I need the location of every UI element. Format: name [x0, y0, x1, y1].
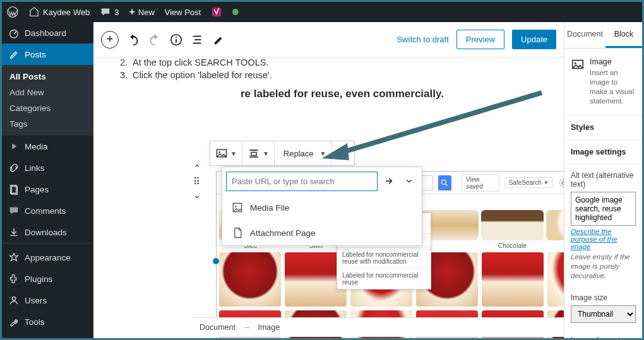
thumb-label [446, 240, 448, 249]
sidebar-tags[interactable]: Tags [2, 116, 93, 132]
svg-point-28 [575, 62, 576, 64]
link-popover: Media File Attachment Page [222, 167, 422, 246]
align-button[interactable]: ▼ [242, 141, 275, 165]
menu-item[interactable]: Labeled for noncommercial reuse with mod… [337, 248, 431, 269]
svg-point-11 [176, 37, 177, 38]
sidebar-settings[interactable]: Settings [2, 332, 93, 338]
new-content[interactable]: +New [129, 6, 154, 18]
switch-to-draft[interactable]: Switch to draft [397, 35, 448, 44]
svg-point-19 [218, 151, 220, 153]
link-options-button[interactable] [400, 171, 418, 191]
image-result[interactable] [482, 252, 544, 307]
image-size-select[interactable]: Thumbnail [571, 305, 636, 323]
image-result[interactable] [547, 252, 564, 307]
editor-topbar: + Switch to draft Preview Update [93, 22, 564, 57]
list-item[interactable]: At the top click SEARCH TOOLS. [130, 57, 564, 67]
sidebar-media[interactable]: Media [2, 136, 93, 157]
thumb-label: Chocolate [498, 240, 527, 249]
info-button[interactable] [169, 33, 183, 47]
admin-sidebar: Dashboard Posts All Posts Add New Catego… [2, 22, 93, 338]
link-media-file[interactable]: Media File [222, 195, 422, 220]
styles-section[interactable]: Styles [564, 115, 642, 140]
resize-handle[interactable] [213, 258, 219, 264]
sidebar-links[interactable]: Links [2, 157, 93, 179]
svg-rect-15 [193, 42, 201, 44]
add-block-button[interactable]: + [101, 31, 119, 49]
move-up-button[interactable]: ⌃ [193, 163, 201, 173]
svg-point-17 [562, 181, 564, 184]
view-saved[interactable]: View saved [462, 174, 499, 192]
settings-sidebar: Document Block Image Insert an image to … [564, 22, 642, 338]
alt-text-input[interactable]: Google image search, reuse highlighted [571, 192, 636, 226]
sidebar-categories[interactable]: Categories [2, 100, 93, 116]
tab-document[interactable]: Document [564, 22, 605, 48]
preview-button[interactable]: Preview [456, 30, 504, 49]
sidebar-pages[interactable]: Pages [2, 179, 93, 200]
update-button[interactable]: Update [512, 30, 556, 49]
outline-button[interactable] [191, 33, 205, 47]
undo-button[interactable] [126, 33, 140, 47]
svg-rect-20 [249, 149, 258, 151]
block-breadcrumb: Document → Image [193, 317, 564, 337]
svg-rect-13 [193, 35, 201, 37]
svg-rect-1 [212, 8, 221, 16]
site-name[interactable]: Kaydee Web [28, 6, 90, 18]
sidebar-comments[interactable]: Comments [2, 200, 93, 221]
alt-help-text: Leave empty if the image is purely decor… [571, 252, 636, 281]
svg-rect-12 [176, 39, 177, 43]
submit-link-button[interactable] [380, 171, 398, 191]
safesearch[interactable]: SafeSearch ▼ [504, 177, 553, 188]
sidebar-tools[interactable]: Tools [2, 311, 93, 332]
block-desc: Insert an image to make a visual stateme… [590, 68, 636, 106]
thumb-label: Ice Cream [563, 240, 564, 249]
comments-count[interactable]: 3 [100, 6, 119, 18]
view-post[interactable]: View Post [165, 8, 201, 17]
sidebar-users[interactable]: Users [2, 290, 93, 311]
svg-line-25 [337, 93, 542, 154]
sidebar-add-new[interactable]: Add New [2, 85, 93, 100]
image-size-label: Image size [571, 293, 636, 302]
sidebar-dashboard[interactable]: Dashboard [2, 22, 93, 44]
link-button[interactable] [331, 141, 354, 165]
redo-button[interactable] [148, 33, 162, 47]
image-icon [571, 57, 585, 71]
edit-button[interactable] [212, 33, 226, 47]
drag-handle[interactable]: ⠿ [193, 177, 201, 186]
heading[interactable]: re labeled for reuse, even commercially. [241, 88, 564, 100]
svg-point-5 [12, 297, 15, 300]
block-title: Image [590, 57, 636, 66]
breadcrumb-image[interactable]: Image [258, 323, 280, 332]
yoast-icon[interactable] [211, 6, 222, 18]
svg-rect-14 [194, 39, 201, 40]
sidebar-appearance[interactable]: Appearance [2, 247, 93, 268]
image-settings-section[interactable]: Image settings [564, 140, 642, 165]
block-toolbar: ▼ ▼ Replace▼ [210, 141, 355, 166]
svg-point-24 [235, 206, 237, 208]
link-url-input[interactable] [226, 172, 378, 191]
google-settings-icon[interactable] [558, 177, 564, 189]
svg-rect-21 [251, 152, 256, 155]
svg-rect-22 [249, 156, 258, 158]
list-item[interactable]: Click the option 'labeled for reuse'. [130, 70, 564, 80]
svg-point-16 [442, 180, 446, 184]
status-dot-icon [232, 9, 239, 15]
block-type-button[interactable]: ▼ [210, 141, 242, 165]
menu-item[interactable]: Labeled for noncommercial reuse [337, 269, 431, 289]
sidebar-downloads[interactable]: Downloads [2, 221, 93, 243]
image-result[interactable] [219, 252, 281, 307]
breadcrumb-document[interactable]: Document [200, 323, 236, 332]
image-dimensions-label: Image dimensions [571, 336, 636, 338]
move-down-button[interactable]: ⌄ [193, 190, 201, 199]
alt-help-link[interactable]: Describe the purpose of the image [571, 228, 636, 250]
replace-button[interactable]: Replace▼ [275, 141, 332, 165]
tab-block[interactable]: Block [605, 22, 642, 48]
sidebar-posts[interactable]: Posts [2, 44, 93, 65]
alt-text-label: Alt text (alternative text) [571, 171, 636, 189]
sidebar-all-posts[interactable]: All Posts [2, 69, 93, 85]
link-attachment-page[interactable]: Attachment Page [222, 220, 422, 245]
wp-logo[interactable] [7, 6, 18, 18]
sidebar-plugins[interactable]: Plugins [2, 268, 93, 290]
admin-bar: Kaydee Web 3 +New View Post [2, 2, 642, 22]
google-search-button[interactable] [438, 175, 451, 191]
